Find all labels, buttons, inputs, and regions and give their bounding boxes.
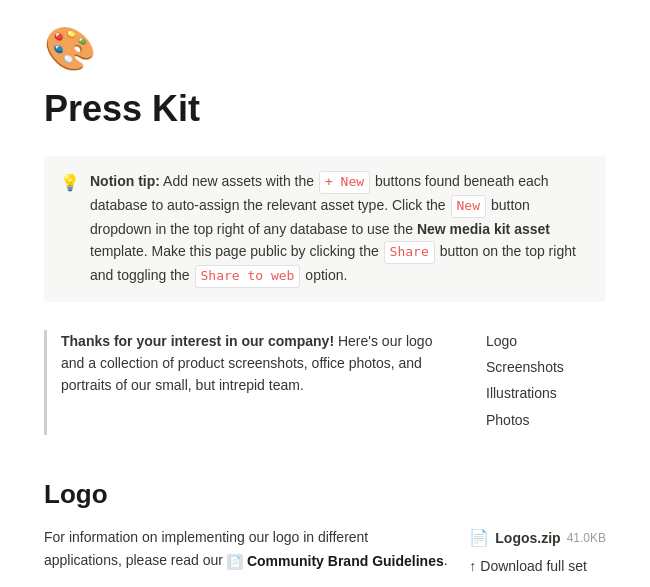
file-size: 41.0KB bbox=[567, 529, 606, 547]
intro-text: Thanks for your interest in our company!… bbox=[61, 330, 446, 397]
file-item-logos: 📄 Logos.zip 41.0KB bbox=[469, 526, 606, 550]
tip-content: Notion tip: Add new assets with the + Ne… bbox=[90, 170, 590, 288]
tip-text-4: template. Make this page public by click… bbox=[90, 243, 383, 259]
logo-desc-text: For information on implementing our logo… bbox=[44, 526, 449, 573]
tip-button-new-plus[interactable]: + New bbox=[319, 171, 370, 194]
toc-illustrations-link[interactable]: Illustrations bbox=[486, 382, 606, 404]
toc-photos-link[interactable]: Photos bbox=[486, 409, 606, 431]
tip-template-name: New media kit asset bbox=[417, 221, 550, 237]
palette-emoji: 🎨 bbox=[44, 25, 96, 72]
download-label: Download full set bbox=[480, 556, 587, 577]
logo-files: 📄 Logos.zip 41.0KB ↑ Download full set bbox=[469, 526, 606, 577]
toc-logo-link[interactable]: Logo bbox=[486, 330, 606, 352]
tip-bold-prefix: Notion tip: bbox=[90, 173, 160, 189]
lightbulb-icon: 💡 bbox=[60, 171, 80, 195]
logo-row: For information on implementing our logo… bbox=[44, 526, 606, 587]
tip-text-1: Add new assets with the bbox=[160, 173, 318, 189]
toc-screenshots-link[interactable]: Screenshots bbox=[486, 356, 606, 378]
logo-section-title: Logo bbox=[44, 475, 606, 514]
table-of-contents: Logo Screenshots Illustrations Photos bbox=[486, 330, 606, 436]
logo-desc-2: . bbox=[444, 552, 448, 568]
tip-box: 💡 Notion tip: Add new assets with the + … bbox=[44, 156, 606, 302]
tip-button-share-to-web[interactable]: Share to web bbox=[195, 265, 301, 288]
community-brand-link[interactable]: 📄Community Brand Guidelines bbox=[227, 550, 444, 572]
file-name[interactable]: Logos.zip bbox=[495, 528, 560, 549]
download-full-set-button[interactable]: ↑ Download full set bbox=[469, 556, 606, 577]
upload-arrow-icon: ↑ bbox=[469, 556, 476, 577]
community-brand-label: Community Brand Guidelines bbox=[247, 550, 444, 572]
intro-quote: Thanks for your interest in our company!… bbox=[44, 330, 446, 436]
tip-button-share[interactable]: Share bbox=[384, 241, 435, 264]
intro-bold: Thanks for your interest in our company! bbox=[61, 333, 334, 349]
zip-file-icon: 📄 bbox=[469, 526, 489, 550]
notion-page-icon: 📄 bbox=[227, 554, 243, 570]
logo-description: For information on implementing our logo… bbox=[44, 526, 469, 587]
page-title: Press Kit bbox=[44, 82, 606, 136]
tip-text-6: option. bbox=[301, 267, 347, 283]
tip-button-new[interactable]: New bbox=[451, 195, 486, 218]
intro-section: Thanks for your interest in our company!… bbox=[44, 330, 606, 436]
logo-section: Logo For information on implementing our… bbox=[44, 475, 606, 587]
page-icon: 🎨 bbox=[44, 28, 606, 70]
